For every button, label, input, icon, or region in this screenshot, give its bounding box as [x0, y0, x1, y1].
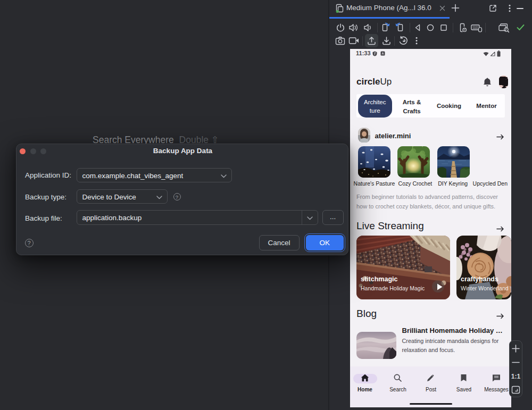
svg-text:1:1: 1:1	[511, 373, 520, 380]
